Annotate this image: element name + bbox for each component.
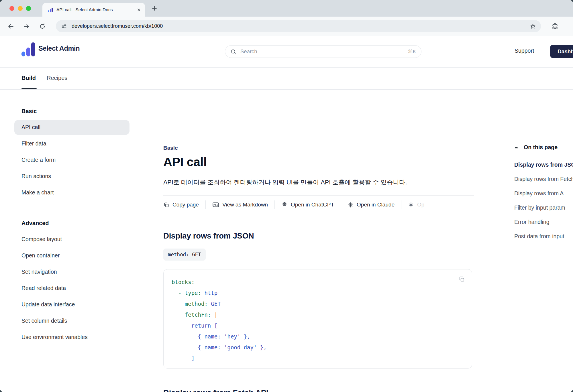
new-tab-button[interactable]: [151, 5, 158, 12]
action-view-as-markdown[interactable]: View as Markdown: [212, 201, 268, 208]
search-shortcut: ⌘K: [408, 49, 416, 55]
page-action-bar: Copy pageView as MarkdownOpen in ChatGPT…: [163, 195, 474, 214]
sidebar-section-title: Advanced: [14, 215, 129, 231]
markdown-icon: [212, 201, 219, 208]
sidebar-item-api-call[interactable]: API call: [14, 120, 129, 135]
action-separator: [341, 200, 341, 209]
action-separator: [401, 200, 401, 209]
toc-icon: [514, 145, 520, 150]
support-link[interactable]: Support: [515, 48, 534, 54]
search-box[interactable]: ⌘K: [225, 45, 421, 58]
browser-tab[interactable]: API call - Select Admin Docs: [42, 3, 145, 17]
toc-item-filter-by-input-param[interactable]: Filter by input param: [514, 200, 573, 215]
copy-code-icon[interactable]: [458, 276, 465, 282]
action-copy-page[interactable]: Copy page: [163, 202, 199, 208]
code-line: method: GET: [172, 298, 464, 309]
method-get-badge: method: GET: [163, 249, 206, 261]
yaml-code: blocks: - type: http method: GET fetchFn…: [172, 277, 464, 364]
sidebar-item-filter-data[interactable]: Filter data: [14, 135, 129, 152]
toc-item-post-data-from-input[interactable]: Post data from input: [514, 229, 573, 243]
site-settings-icon[interactable]: [61, 23, 67, 29]
toc-item-display-rows-from-json[interactable]: Display rows from JSON: [514, 157, 573, 172]
page-description: API로 데이터를 조회하여 렌더링하거나 입력 UI를 만들어 API 호출에…: [163, 178, 407, 186]
dashboard-button[interactable]: Dashboard: [550, 45, 573, 58]
action-label: Open in ChatGPT: [291, 202, 334, 208]
sidebar-item-update-data-interface[interactable]: Update data interface: [14, 296, 129, 313]
action-label: Open in Claude: [357, 202, 395, 208]
url-bar[interactable]: developers.selectfromuser.com/kb/1000: [56, 20, 541, 32]
sidebar-nav: BasicAPI callFilter dataCreate a formRun…: [14, 103, 129, 345]
close-window-button[interactable]: [9, 6, 14, 11]
docs-page: Select Admin ⌘K Support Dashboard Build …: [0, 36, 573, 392]
action-label: View as Markdown: [222, 202, 268, 208]
action-open-in-claude[interactable]: Open in Claude: [348, 202, 395, 208]
code-line: return [: [172, 320, 464, 331]
url-text: developers.selectfromuser.com/kb/1000: [72, 23, 529, 29]
code-line: - type: http: [172, 287, 464, 298]
code-line: { name: 'hey' },: [172, 331, 464, 342]
sidebar-item-set-navigation[interactable]: Set navigation: [14, 264, 129, 280]
nav-tabs: Build Recipes: [0, 67, 573, 90]
brand-name[interactable]: Select Admin: [38, 45, 80, 52]
browser-toolbar: developers.selectfromuser.com/kb/1000: [0, 17, 573, 36]
favicon: [48, 8, 53, 12]
sidebar-section-title: Basic: [14, 103, 129, 119]
action-label: Op: [417, 202, 424, 208]
action-separator: [205, 200, 206, 209]
page-title: API call: [163, 155, 207, 169]
select-admin-logo[interactable]: [21, 42, 35, 56]
code-block-json: blocks: - type: http method: GET fetchFn…: [163, 269, 472, 369]
desktop: API call - Select Admin Docs: [0, 0, 573, 392]
sidebar-item-read-related-data[interactable]: Read related data: [14, 280, 129, 296]
sparkle-icon: [408, 202, 414, 208]
sidebar-item-run-actions[interactable]: Run actions: [14, 168, 129, 184]
sidebar-item-open-container[interactable]: Open container: [14, 247, 129, 264]
toc-item-display-rows-from-fetch-api[interactable]: Display rows from Fetch API: [514, 172, 573, 186]
toc-item-display-rows-from-a[interactable]: Display rows from A: [514, 186, 573, 200]
active-tab-underline: [21, 88, 37, 89]
back-icon[interactable]: [7, 23, 14, 30]
toolbar-divider: [570, 22, 570, 30]
code-line: ]: [172, 353, 464, 364]
bookmark-star-icon[interactable]: [529, 23, 536, 30]
section-heading-fetch: Display rows from Fetch API: [163, 388, 268, 392]
traffic-lights: [9, 6, 31, 11]
tab-recipes[interactable]: Recipes: [47, 75, 67, 81]
section-heading-json: Display rows from JSON: [163, 231, 254, 241]
minimize-window-button[interactable]: [18, 6, 23, 11]
search-input[interactable]: [240, 48, 408, 55]
tab-build[interactable]: Build: [21, 75, 36, 81]
action-open-in-chatgpt[interactable]: Open in ChatGPT: [281, 202, 334, 208]
breadcrumb: Basic: [163, 145, 178, 151]
extensions-puzzle-icon[interactable]: [551, 23, 559, 30]
claude-icon: [348, 202, 354, 208]
code-line: blocks:: [172, 277, 464, 287]
action-label: Copy page: [172, 202, 199, 208]
sidebar-item-use-environment-variables[interactable]: Use environment variables: [14, 329, 129, 345]
action-separator: [274, 200, 275, 209]
sidebar-item-set-column-details[interactable]: Set column details: [14, 313, 129, 329]
forward-icon[interactable]: [23, 23, 30, 30]
sidebar-item-make-a-chart[interactable]: Make a chart: [14, 184, 129, 201]
code-line: { name: 'good day' },: [172, 342, 464, 353]
chatgpt-icon: [281, 202, 288, 208]
fullscreen-window-button[interactable]: [26, 6, 31, 11]
browser-tabbar: API call - Select Admin Docs: [0, 0, 573, 17]
search-icon: [230, 49, 236, 55]
toc-items: Display rows from JSONDisplay rows from …: [514, 157, 573, 243]
tab-title: API call - Select Admin Docs: [56, 7, 134, 12]
toc-title-label: On this page: [524, 144, 558, 151]
tab-close-icon[interactable]: [137, 8, 141, 12]
sidebar-item-create-a-form[interactable]: Create a form: [14, 152, 129, 168]
code-line: fetchFn: |: [172, 309, 464, 320]
sidebar-item-compose-layout[interactable]: Compose layout: [14, 231, 129, 247]
reload-icon[interactable]: [39, 23, 46, 30]
toc-item-error-handling[interactable]: Error handling: [514, 215, 573, 229]
action-op[interactable]: Op: [408, 202, 424, 208]
site-header: Select Admin ⌘K Support Dashboard: [0, 36, 573, 68]
browser-window: API call - Select Admin Docs: [0, 0, 573, 392]
copy-icon: [163, 202, 169, 208]
